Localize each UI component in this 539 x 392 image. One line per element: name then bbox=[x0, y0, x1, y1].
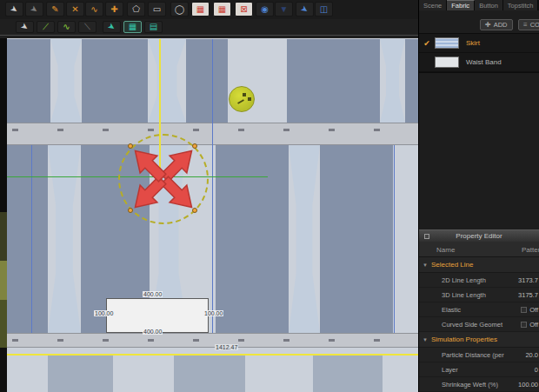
section-simulation-properties[interactable]: ▾ Simulation Properties bbox=[419, 332, 539, 348]
free-sewing-edit-tool-icon[interactable]: ∿ bbox=[57, 21, 76, 33]
elastic-checkbox[interactable] bbox=[521, 307, 527, 313]
blue-guide-line bbox=[394, 145, 395, 333]
fabric-list: ✔ Skirt Waist Band bbox=[419, 33, 539, 73]
select-pattern-tool-icon[interactable]: ➤ bbox=[5, 2, 23, 17]
marvelous-designer-window: ➤ ➤ ✎ ✕ ∿ ✚ ⬠ ▭ ◯ ▦ ▦ ⊠ ◉ ▼ ➤ ◫ ➤ ⟋ ∿ ⟍ … bbox=[0, 0, 539, 392]
edit-point-tool-icon[interactable]: ✕ bbox=[66, 2, 84, 17]
measurement-right: 100.00 bbox=[203, 310, 223, 316]
seam-dart-tool-icon[interactable]: ⊠ bbox=[235, 2, 253, 17]
edit-sewing-tool-icon[interactable]: ⟋ bbox=[37, 21, 55, 33]
free-sewing-tool-icon[interactable]: ◫ bbox=[315, 2, 333, 17]
check-icon: ✔ bbox=[419, 39, 435, 48]
blue-guide-line bbox=[212, 39, 213, 333]
measurement-left: 100.00 bbox=[94, 310, 114, 316]
pattern-panel[interactable] bbox=[313, 355, 383, 392]
notch-tool-icon[interactable]: ▼ bbox=[275, 2, 293, 17]
add-point-tool-icon[interactable]: ✚ bbox=[105, 2, 123, 17]
measurement-bottom: 400.00 bbox=[143, 329, 163, 335]
main-toolbar: ➤ ➤ ✎ ✕ ∿ ✚ ⬠ ▭ ◯ ▦ ▦ ⊠ ◉ ▼ ➤ ◫ bbox=[0, 0, 418, 19]
fabric-actions: ✚ ADD ≡ COPY bbox=[419, 17, 539, 32]
blue-guide-line bbox=[31, 145, 32, 333]
panel-icon bbox=[424, 234, 429, 239]
property-row-shrinkage-weft: Shrinkage Weft (%) 100.00 bbox=[419, 377, 539, 392]
placement-sphere[interactable] bbox=[229, 86, 255, 112]
pattern-panel[interactable] bbox=[320, 145, 393, 333]
property-row-2d-line-length: 2D Line Length 3173.7 bbox=[419, 273, 539, 288]
dart-tool-icon[interactable]: ▦ bbox=[191, 2, 210, 17]
gizmo-handle-se[interactable] bbox=[192, 208, 197, 213]
gore-panel[interactable] bbox=[289, 145, 320, 333]
property-row-elastic: Elastic Off bbox=[419, 302, 539, 317]
pattern-panel[interactable] bbox=[174, 355, 245, 392]
tab-scene[interactable]: Scene bbox=[419, 0, 447, 10]
edit-curve-tool-icon[interactable]: ∿ bbox=[85, 2, 103, 17]
collapse-arrow-icon: ▾ bbox=[419, 262, 431, 269]
rectangle-tool-icon[interactable]: ▭ bbox=[148, 2, 166, 17]
pattern-panel[interactable] bbox=[7, 145, 48, 333]
pattern-panel[interactable] bbox=[287, 39, 380, 123]
gore-panel[interactable] bbox=[50, 39, 82, 123]
ellipse-tool-icon[interactable]: ◯ bbox=[170, 2, 189, 17]
segment-sewing-tool-icon[interactable]: ➤ bbox=[296, 2, 314, 17]
column-value: Pattern bbox=[522, 246, 539, 254]
section-selected-line[interactable]: ▾ Selected Line bbox=[419, 257, 539, 273]
property-row-particle-distance: Particle Distance (per 20.0 bbox=[419, 348, 539, 362]
pattern-panel[interactable] bbox=[48, 355, 113, 392]
box-select-tool-icon[interactable]: ➤ bbox=[25, 2, 43, 17]
tab-fabric[interactable]: Fabric bbox=[447, 0, 475, 10]
pattern-panel[interactable] bbox=[7, 39, 50, 123]
measurement-total-width: 1412.47 bbox=[215, 344, 238, 350]
pattern-2d-canvas[interactable]: 400.00 400.00 100.00 100.00 1412.47 bbox=[7, 38, 418, 392]
fabric-name: Skirt bbox=[466, 39, 480, 47]
sphere-mark bbox=[243, 93, 246, 96]
band-tick-marks bbox=[12, 339, 413, 342]
pattern-panel[interactable] bbox=[186, 39, 228, 123]
fabric-item-waist-band[interactable]: Waist Band bbox=[419, 53, 539, 72]
gore-panel[interactable] bbox=[148, 39, 186, 123]
object-browser-panel: Scene Fabric Button Topstitch ✚ ADD ≡ CO… bbox=[418, 0, 539, 392]
property-row-curved-side-geometry: Curved Side Geomet Off bbox=[419, 317, 539, 332]
copy-icon: ≡ bbox=[523, 21, 528, 29]
edit-pattern-tool-icon[interactable]: ✎ bbox=[46, 2, 64, 17]
fabric-name: Waist Band bbox=[466, 58, 502, 66]
hem-band-piece[interactable] bbox=[7, 333, 418, 348]
show-sewing-toggle-icon[interactable]: ➤ bbox=[103, 21, 121, 33]
property-row-layer: Layer 0 bbox=[419, 362, 539, 377]
yellow-baseline bbox=[7, 354, 418, 355]
property-row-3d-line-length: 3D Line Length 3175.7 bbox=[419, 288, 539, 302]
property-editor-title: Property Editor bbox=[456, 232, 502, 240]
secondary-toolbar: ➤ ⟋ ∿ ⟍ ➤ ▦ ▤ bbox=[0, 19, 418, 35]
tab-topstitch[interactable]: Topstitch bbox=[503, 0, 539, 10]
mesh-view-toggle-icon[interactable]: ▤ bbox=[144, 21, 163, 33]
fabric-item-skirt[interactable]: ✔ Skirt bbox=[419, 34, 539, 53]
select-move-tool-icon[interactable]: ➤ bbox=[16, 21, 34, 33]
polygon-tool-icon[interactable]: ⬠ bbox=[127, 2, 145, 17]
browser-tabs: Scene Fabric Button Topstitch bbox=[419, 0, 539, 10]
new-rectangle-piece[interactable] bbox=[106, 298, 209, 333]
property-editor-header[interactable]: Property Editor bbox=[419, 229, 539, 242]
gizmo-handle-sw[interactable] bbox=[128, 208, 133, 213]
fabric-swatch bbox=[435, 37, 459, 49]
sphere-mark bbox=[237, 99, 244, 104]
curved-side-checkbox[interactable] bbox=[521, 322, 527, 328]
gore-panel[interactable] bbox=[48, 145, 81, 333]
buttonhole-tool-icon[interactable]: ▦ bbox=[213, 2, 231, 17]
property-columns: Name Pattern bbox=[419, 242, 539, 257]
detach-sewing-tool-icon[interactable]: ⟍ bbox=[78, 21, 96, 33]
add-fabric-button[interactable]: ✚ ADD bbox=[480, 19, 513, 30]
plus-icon: ✚ bbox=[485, 21, 491, 29]
pattern-panel[interactable] bbox=[405, 39, 418, 123]
gizmo-handle-ne[interactable] bbox=[192, 143, 197, 149]
tab-button[interactable]: Button bbox=[475, 0, 503, 10]
pattern-panel[interactable] bbox=[216, 145, 289, 333]
copy-fabric-button[interactable]: ≡ COPY bbox=[518, 19, 539, 30]
measurement-top: 400.00 bbox=[143, 291, 163, 297]
fabric-swatch bbox=[435, 56, 459, 68]
gore-panel[interactable] bbox=[380, 39, 405, 123]
property-editor: Property Editor Name Pattern ▾ Selected … bbox=[419, 229, 539, 392]
grading-tool-icon[interactable]: ◉ bbox=[256, 2, 274, 17]
pattern-panel[interactable] bbox=[82, 39, 148, 123]
viewport-edge-strip bbox=[0, 38, 7, 392]
gizmo-handle-nw[interactable] bbox=[128, 143, 133, 149]
texture-view-toggle-icon[interactable]: ▦ bbox=[123, 21, 142, 33]
